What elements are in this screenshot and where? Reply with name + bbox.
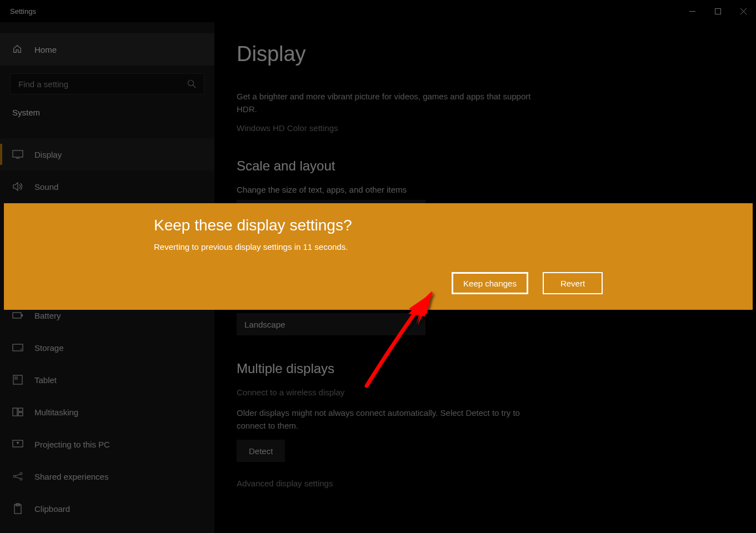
svg-point-13 [13, 475, 16, 477]
sidebar-item-tablet[interactable]: Tablet [0, 364, 214, 396]
multi-description: Older displays might not always connect … [237, 407, 548, 432]
window-title: Settings [0, 7, 36, 16]
minimize-icon [689, 8, 695, 14]
sidebar-item-clipboard[interactable]: Clipboard [0, 492, 214, 525]
svg-point-6 [21, 349, 22, 350]
sidebar-item-label: Storage [34, 343, 64, 353]
shared-icon [12, 471, 23, 482]
sidebar-home[interactable]: Home [0, 33, 214, 66]
storage-icon [12, 342, 23, 353]
svg-rect-10 [18, 408, 23, 411]
multitasking-icon [12, 406, 23, 418]
svg-rect-3 [13, 313, 21, 318]
wireless-display-link[interactable]: Connect to a wireless display [237, 388, 734, 397]
svg-rect-0 [715, 8, 720, 14]
svg-rect-8 [15, 377, 17, 379]
hdr-description: Get a brighter and more vibrant picture … [237, 90, 548, 115]
svg-rect-4 [22, 314, 23, 316]
orientation-value: Landscape [244, 320, 285, 329]
detect-button-label: Detect [249, 446, 273, 456]
svg-point-1 [188, 81, 194, 86]
display-icon [12, 149, 23, 160]
maximize-icon [715, 8, 721, 14]
maximize-button[interactable] [705, 0, 730, 22]
svg-rect-9 [13, 408, 17, 416]
search-input[interactable]: Find a setting [10, 73, 204, 94]
sidebar-item-projecting[interactable]: Projecting to this PC [0, 428, 214, 460]
close-icon [740, 8, 747, 14]
sidebar-item-label: Projecting to this PC [34, 440, 110, 449]
search-icon [187, 79, 196, 88]
clipboard-icon [12, 503, 23, 514]
svg-rect-2 [13, 150, 23, 157]
sidebar-item-label: Shared experiences [34, 472, 108, 481]
multiple-displays-heading: Multiple displays [237, 361, 734, 376]
sound-icon [12, 181, 23, 192]
tablet-icon [12, 374, 23, 385]
battery-icon [12, 310, 23, 321]
scale-label: Change the size of text, apps, and other… [237, 185, 734, 194]
svg-rect-5 [13, 344, 23, 351]
page-title: Display [237, 42, 734, 66]
sidebar-item-shared[interactable]: Shared experiences [0, 460, 214, 492]
svg-point-14 [20, 472, 22, 475]
dialog-message: Reverting to previous display settings i… [154, 242, 603, 252]
sidebar-item-label: Display [34, 150, 62, 159]
hdr-settings-link[interactable]: Windows HD Color settings [237, 123, 734, 133]
search-placeholder: Find a setting [18, 79, 187, 89]
sidebar-item-storage[interactable]: Storage [0, 331, 214, 364]
svg-rect-7 [13, 375, 22, 384]
minimize-button[interactable] [679, 0, 705, 22]
sidebar-item-label: Battery [34, 311, 61, 320]
sidebar-item-label: Sound [34, 182, 58, 192]
revert-label: Revert [560, 279, 585, 288]
keep-changes-button[interactable]: Keep changes [452, 272, 528, 294]
sidebar-item-display[interactable]: Display [0, 138, 214, 170]
dialog-title: Keep these display settings? [154, 217, 603, 234]
revert-button[interactable]: Revert [543, 272, 603, 294]
sidebar-home-label: Home [34, 45, 57, 54]
detect-button[interactable]: Detect [237, 440, 285, 462]
projecting-icon [12, 439, 23, 450]
home-icon [12, 44, 22, 56]
sidebar-item-label: Multitasking [34, 408, 78, 417]
sidebar-item-label: Clipboard [34, 504, 70, 514]
sidebar-item-label: Tablet [34, 375, 57, 385]
scale-heading: Scale and layout [237, 158, 734, 174]
sidebar-item-multitasking[interactable]: Multitasking [0, 396, 214, 428]
keep-settings-dialog: Keep these display settings? Reverting t… [4, 203, 753, 310]
window-controls [679, 0, 756, 22]
orientation-select[interactable]: Landscape [237, 313, 425, 335]
sidebar-category: System [0, 104, 214, 125]
svg-point-15 [20, 478, 22, 480]
sidebar-item-sound[interactable]: Sound [0, 170, 214, 203]
close-button[interactable] [730, 0, 756, 22]
title-bar: Settings [0, 0, 756, 22]
keep-changes-label: Keep changes [463, 279, 517, 288]
svg-rect-11 [18, 413, 23, 416]
advanced-display-link[interactable]: Advanced display settings [237, 479, 734, 488]
